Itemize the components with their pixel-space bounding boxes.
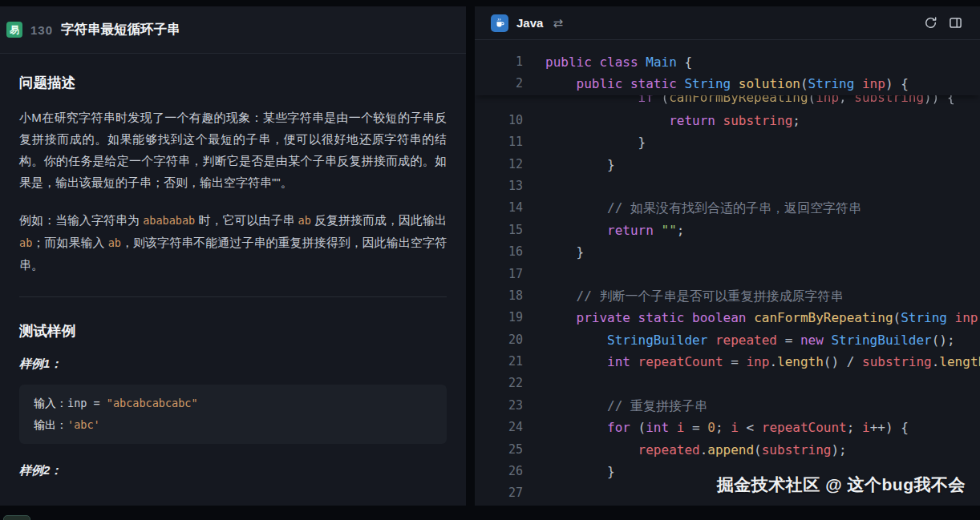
code-text: private static boolean canFormByRepeatin… — [545, 307, 980, 329]
code-token — [545, 200, 607, 216]
code-line: 17 — [475, 264, 980, 285]
code-text: // 如果没有找到合适的子串，返回空字符串 — [545, 197, 861, 219]
code-line: 16 } — [475, 241, 980, 263]
problem-panel: 易 130 字符串最短循环子串 问题描述 小M在研究字符串时发现了一个有趣的现象… — [0, 6, 466, 506]
code-token: int — [646, 420, 669, 435]
code-token: public — [545, 54, 592, 70]
code-text: // 判断一个子串是否可以重复拼接成原字符串 — [545, 285, 843, 307]
reset-code-button[interactable] — [922, 14, 939, 31]
code-token: return — [669, 113, 715, 128]
toggle-panel-button[interactable] — [947, 14, 964, 31]
code-line: 19 private static boolean canFormByRepea… — [475, 307, 980, 329]
code-token — [638, 54, 646, 70]
code-token: String — [901, 310, 947, 325]
editor-header: Java ⇄ — [475, 6, 980, 40]
line-number: 14 — [475, 197, 523, 219]
code-text: public class Main { — [545, 51, 692, 73]
code-token: ; — [847, 420, 862, 435]
code-token: } — [545, 464, 615, 479]
sample-output-line: 输出：'abc' — [34, 414, 432, 436]
code-token: solution — [739, 76, 800, 91]
problem-content[interactable]: 问题描述 小M在研究字符串时发现了一个有趣的现象：某些字符串是由一个较短的子串反… — [0, 54, 466, 506]
language-selector[interactable]: Java — [516, 16, 543, 30]
text-segment: 例如：当输入字符串为 — [19, 213, 143, 227]
code-editor[interactable]: 1public class Main {2 public static Stri… — [475, 40, 980, 506]
line-number: 26 — [475, 461, 523, 482]
code-token: (); — [932, 333, 955, 348]
code-token: ++) { — [870, 420, 909, 435]
code-token: substring — [854, 95, 924, 105]
code-token — [545, 420, 607, 435]
line-number: 16 — [475, 241, 523, 263]
sample-input-line: 输入：inp = "abcabcabcabc" — [34, 393, 432, 414]
code-text: } — [545, 131, 646, 153]
difficulty-badge: 易 — [6, 22, 22, 38]
line-number: 21 — [475, 351, 523, 373]
code-token — [545, 288, 577, 304]
description-paragraph-1: 小M在研究字符串时发现了一个有趣的现象：某些字符串是由一个较短的子串反复拼接而成… — [19, 107, 447, 193]
line-number — [475, 95, 523, 108]
code-token: repeatCount — [762, 420, 847, 435]
code-line: 12 } — [475, 154, 980, 175]
code-token — [545, 354, 607, 369]
code-token: , — [839, 95, 854, 105]
code-token: ; — [715, 420, 731, 435]
line-number: 23 — [475, 395, 523, 417]
code-token — [545, 333, 607, 348]
code-text: int repeatCount = inp.length() / substri… — [545, 351, 980, 373]
editor-panel: Java ⇄ 1public class Main {2 public stat… — [475, 6, 980, 506]
sample1-code-block: 输入：inp = "abcabcabcabc" 输出：'abc' — [19, 385, 447, 444]
code-token — [854, 76, 862, 91]
code-text: } — [545, 461, 615, 482]
code-token — [677, 76, 685, 91]
code-token: . — [932, 354, 940, 369]
code-line: 14 // 如果没有找到合适的子串，返回空字符串 — [475, 197, 980, 219]
line-number: 1 — [475, 51, 523, 73]
code-token: String — [808, 76, 855, 91]
code-token: ( — [754, 442, 762, 458]
code-token: repeatCount — [638, 354, 723, 369]
line-number: 19 — [475, 307, 523, 329]
line-number: 18 — [475, 285, 523, 307]
code-token: length — [939, 354, 980, 369]
code-token — [715, 113, 723, 128]
line-number: 17 — [475, 264, 523, 285]
code-token: () / — [824, 354, 862, 369]
language-swap-icon[interactable]: ⇄ — [553, 16, 563, 30]
code-token: repeated — [638, 442, 700, 458]
code-line: 20 StringBuilder repeated = new StringBu… — [475, 329, 980, 351]
code-token: canFormByRepeating — [754, 310, 893, 325]
code-token: = — [684, 420, 707, 435]
code-token: ; — [792, 113, 800, 128]
code-text: repeated.append(substring); — [545, 439, 847, 461]
line-number: 25 — [475, 439, 523, 461]
code-token: ) { — [885, 76, 909, 91]
java-icon — [491, 14, 508, 32]
code-token — [707, 333, 715, 348]
text-segment: ；而如果输入 — [32, 236, 107, 249]
code-token — [545, 398, 607, 413]
inline-code: ab — [108, 236, 121, 249]
section-heading-samples: 测试样例 — [19, 321, 447, 341]
line-number: 12 — [475, 154, 523, 175]
code-token — [592, 54, 600, 70]
code-token: = — [723, 354, 747, 369]
code-token — [630, 310, 638, 325]
code-token: ( — [800, 76, 808, 91]
code-token: length — [777, 354, 824, 369]
line-number: 27 — [475, 482, 523, 504]
code-token: // 如果没有找到合适的子串，返回空字符串 — [607, 200, 861, 216]
code-token: new — [800, 333, 824, 348]
bottom-left-widget[interactable] — [3, 515, 30, 520]
code-token: ; — [677, 223, 685, 238]
line-number: 15 — [475, 220, 523, 241]
code-token: } — [545, 135, 646, 150]
line-number: 20 — [475, 329, 523, 351]
refresh-icon — [924, 16, 937, 30]
code-token: ( — [654, 95, 669, 105]
code-token: i — [731, 420, 739, 435]
code-token: inp — [862, 76, 885, 91]
code-token — [545, 113, 669, 128]
code-text: // 重复拼接子串 — [545, 395, 707, 417]
code-token: for — [607, 420, 630, 435]
